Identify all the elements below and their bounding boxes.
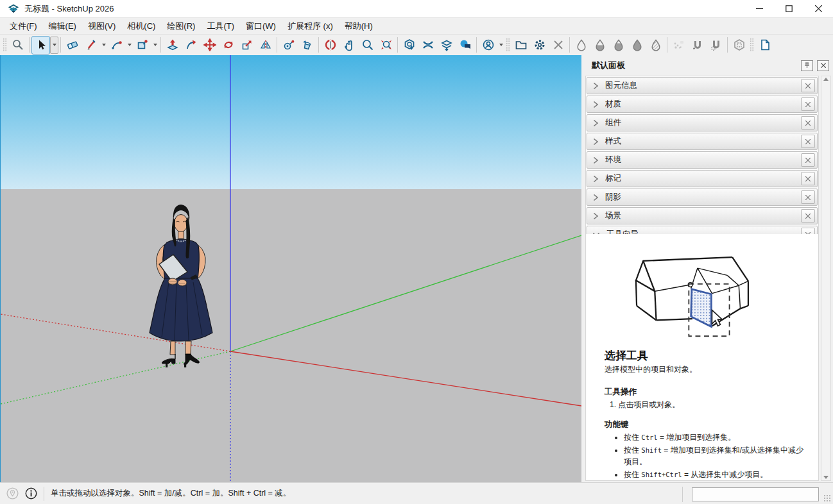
style-drop-full-button[interactable] [628, 36, 646, 55]
style-drop-most-button[interactable] [609, 36, 628, 55]
account-button[interactable] [479, 36, 497, 55]
measurement-input[interactable] [692, 487, 819, 501]
tray-section-components[interactable]: 组件 [587, 114, 818, 131]
tray-section-tags[interactable]: 标记 [587, 170, 818, 187]
menu-window[interactable]: 窗口(W) [240, 19, 282, 34]
menu-bar: 文件(F) 编辑(E) 视图(V) 相机(C) 绘图(R) 工具(T) 窗口(W… [0, 18, 833, 35]
close-section-button[interactable] [801, 153, 815, 167]
style-drop-hatched-button[interactable] [646, 36, 665, 55]
close-tray-button[interactable] [817, 60, 829, 71]
zoom-extents-tool-button[interactable] [377, 36, 395, 55]
close-section-button[interactable] [801, 116, 815, 130]
paint-bucket-tool-button[interactable] [298, 36, 316, 55]
toolbar-grip[interactable] [3, 38, 7, 52]
pan-tool-button[interactable] [339, 36, 358, 55]
key-bullet: 按住 Shift+Ctrl = 从选择集中减少项目。 [624, 469, 809, 480]
drop-hatched-icon [649, 38, 662, 51]
menu-extensions[interactable]: 扩展程序 (x) [282, 19, 339, 34]
instructor-description: 选择模型中的项目和对象。 [605, 364, 809, 375]
select-tool-button[interactable] [31, 36, 50, 55]
section-box-button[interactable] [730, 36, 748, 55]
menu-tools[interactable]: 工具(T) [201, 19, 240, 34]
close-section-button[interactable] [801, 79, 815, 92]
tray-scrollbar[interactable] [821, 76, 831, 481]
close-section-button[interactable] [801, 190, 815, 204]
magnet-b-button[interactable] [707, 36, 725, 55]
push-pull-tool-button[interactable] [163, 36, 182, 55]
minimize-button[interactable] [744, 0, 774, 17]
account-dropdown[interactable] [497, 37, 504, 54]
arc-dropdown[interactable] [126, 37, 133, 54]
pencil-tool-button[interactable] [82, 36, 100, 55]
select-dropdown[interactable] [50, 37, 58, 54]
close-section-button[interactable] [801, 172, 815, 185]
rectangle-tool-button[interactable] [133, 36, 151, 55]
extension-warehouse-button[interactable] [418, 36, 437, 55]
close-section-button[interactable] [801, 209, 815, 223]
close-window-button[interactable] [803, 0, 833, 17]
ground [1, 189, 581, 482]
follow-me-tool-button[interactable] [182, 36, 200, 55]
scale-tool-button[interactable] [237, 36, 256, 55]
tray-section-environment[interactable]: 环境 [587, 151, 818, 169]
tape-measure-tool-button[interactable] [279, 36, 298, 55]
new-document-button[interactable] [755, 36, 774, 55]
tray-section-styles[interactable]: 样式 [587, 133, 818, 150]
close-section-button[interactable] [801, 97, 815, 111]
rotate-tool-button[interactable] [219, 36, 237, 55]
select-arrow-icon [35, 38, 47, 51]
sky [1, 55, 581, 189]
pin-tray-button[interactable] [801, 60, 813, 71]
menu-edit[interactable]: 编辑(E) [43, 19, 82, 34]
move-tool-button[interactable] [200, 36, 219, 55]
style-drop-half-button[interactable] [590, 36, 609, 55]
tray-section-materials[interactable]: 材质 [587, 96, 818, 113]
pan-hand-icon [343, 38, 356, 51]
style-drop-empty-button[interactable] [572, 36, 590, 55]
get-models-button[interactable] [400, 36, 418, 55]
rectangle-dropdown[interactable] [151, 37, 159, 54]
sketchup-window: 无标题 - SketchUp 2026 文件(F) 编辑(E) 视图(V) 相机… [0, 0, 833, 504]
resize-grip[interactable] [823, 494, 832, 503]
settings-button[interactable] [530, 36, 549, 55]
close-section-button[interactable] [801, 135, 815, 148]
geolocation-button[interactable] [6, 487, 19, 500]
toolbar-grip-2[interactable] [506, 38, 510, 52]
paint-bucket-icon [301, 38, 314, 51]
menu-help[interactable]: 帮助(H) [339, 19, 379, 34]
extension-warehouse-icon [422, 38, 434, 51]
open-folder-button[interactable] [511, 36, 530, 55]
close-icon [805, 102, 811, 107]
search-icon [12, 38, 24, 51]
zoom-tool-button[interactable] [358, 36, 377, 55]
tray-section-entity-info[interactable]: 图元信息 [587, 77, 818, 94]
toolbar-grip-3[interactable] [750, 38, 754, 52]
search-tool-button[interactable] [8, 36, 27, 55]
menu-view[interactable]: 视图(V) [82, 19, 121, 34]
title-bar: 无标题 - SketchUp 2026 [0, 0, 833, 18]
flip-tool-button[interactable] [256, 36, 275, 55]
scale-icon [241, 38, 253, 51]
tray-section-shadows[interactable]: 阴影 [587, 189, 818, 206]
tray-section-scenes[interactable]: 场景 [587, 207, 818, 224]
maximize-button[interactable] [774, 0, 803, 17]
menu-camera[interactable]: 相机(C) [121, 19, 161, 34]
close-tool-button[interactable] [549, 36, 567, 55]
snap-disabled-button[interactable] [669, 36, 688, 55]
scroll-up-icon[interactable] [823, 78, 829, 81]
magnet-a-button[interactable] [688, 36, 707, 55]
eraser-tool-button[interactable] [63, 36, 82, 55]
pencil-dropdown[interactable] [100, 37, 107, 54]
share-model-button[interactable] [437, 36, 456, 55]
menu-file[interactable]: 文件(F) [4, 19, 43, 34]
orbit-tool-button[interactable] [321, 36, 339, 55]
toolbar [0, 35, 833, 55]
arc-tool-button[interactable] [107, 36, 126, 55]
scroll-down-icon[interactable] [823, 476, 829, 479]
menu-draw[interactable]: 绘图(R) [161, 19, 201, 34]
arc-icon [110, 38, 123, 51]
model-viewport[interactable] [0, 55, 581, 482]
chat-button[interactable] [456, 36, 474, 55]
geolocation-icon [6, 487, 19, 500]
model-info-button[interactable] [25, 487, 37, 500]
